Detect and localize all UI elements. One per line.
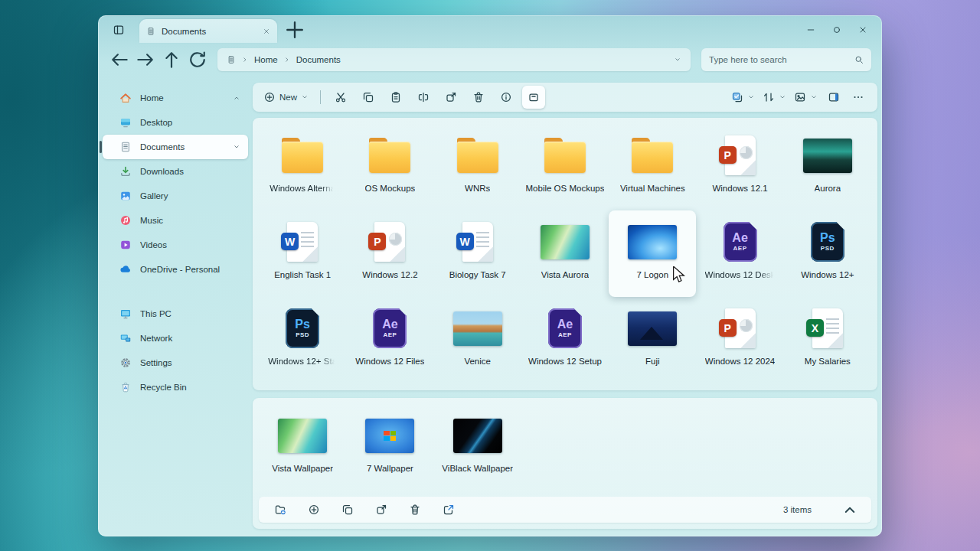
file-item[interactable]: WEnglish Task 1 (259, 210, 346, 297)
file-item[interactable]: ViBlack Wallpaper (434, 404, 521, 491)
breadcrumb-home[interactable]: Home (254, 55, 278, 64)
file-item[interactable]: Vista Wallpaper (259, 404, 346, 491)
file-item[interactable]: AeAEPWindows 12 Desk (696, 210, 783, 297)
breadcrumb-documents[interactable]: Documents (296, 55, 341, 64)
ellipsis-icon (852, 91, 864, 103)
sidebar: HomeDesktopDocumentsDownloadsGalleryMusi… (98, 77, 253, 536)
info-button[interactable] (495, 86, 518, 109)
address-bar[interactable]: Home Documents (217, 48, 691, 71)
chevron-down-icon (747, 93, 755, 101)
file-item[interactable]: PWindows 12.2 (346, 210, 433, 297)
toggle-pane-button[interactable] (107, 19, 130, 41)
collapse-panel-button[interactable] (841, 500, 859, 519)
file-name-label: ViBlack Wallpaper (442, 464, 513, 473)
share-icon (375, 504, 387, 516)
psd-file-icon: PsPSD (286, 308, 319, 348)
new-folder-button[interactable] (271, 500, 289, 519)
folder-item[interactable]: WNRs (434, 124, 521, 210)
sidebar-item-desktop[interactable]: Desktop (103, 110, 248, 135)
search-icon[interactable] (854, 55, 864, 64)
close-window-button[interactable] (851, 21, 874, 39)
cut-button[interactable] (329, 86, 352, 109)
new-button-label: New (279, 93, 297, 102)
folder-item[interactable]: Mobile OS Mockups (521, 124, 609, 210)
sidebar-item-onedrive-personal[interactable]: OneDrive - Personal (103, 257, 248, 282)
rename-button[interactable] (412, 86, 435, 109)
powerpoint-file-icon: P (725, 308, 756, 348)
folder-item[interactable]: Virtual Machines (609, 124, 696, 210)
add-button[interactable] (305, 500, 323, 519)
file-item[interactable]: Fuji (609, 297, 696, 383)
select-button[interactable] (728, 86, 758, 109)
this-pc-icon (119, 308, 132, 320)
paste-button[interactable] (384, 86, 407, 109)
view-button[interactable] (791, 86, 821, 109)
file-item[interactable]: PWindows 12 2024 (696, 297, 783, 383)
sidebar-item-network[interactable]: Network (103, 326, 248, 350)
up-button[interactable] (161, 49, 182, 70)
close-tab-icon[interactable] (263, 28, 270, 35)
image-thumbnail (365, 419, 414, 453)
new-tab-button[interactable] (283, 19, 306, 41)
sidebar-item-home[interactable]: Home (103, 86, 248, 110)
minimize-icon (806, 25, 815, 34)
sidebar-item-music[interactable]: Music (103, 208, 248, 233)
sidebar-item-documents[interactable]: Documents (103, 135, 248, 159)
file-item[interactable]: Venice (434, 297, 521, 383)
maximize-button[interactable] (825, 21, 848, 39)
search-input[interactable] (709, 55, 854, 64)
forward-button[interactable] (135, 49, 156, 70)
details-pane-button[interactable] (822, 86, 845, 109)
sidebar-item-gallery[interactable]: Gallery (103, 184, 248, 208)
share-button[interactable] (439, 86, 462, 109)
powerpoint-file-icon: P (725, 135, 756, 175)
file-item[interactable]: PsPSDWindows 12+ Sta (259, 297, 346, 383)
share-button[interactable] (372, 500, 390, 519)
file-item[interactable]: AeAEPWindows 12 Files (346, 297, 433, 383)
tab-overview-button[interactable] (107, 15, 130, 17)
open-external-button[interactable] (439, 500, 458, 519)
file-name-label: Virtual Machines (620, 184, 685, 193)
sidebar-item-this-pc[interactable]: This PC (103, 302, 248, 326)
minimize-button[interactable] (799, 21, 822, 39)
sidebar-item-videos[interactable]: Videos (103, 233, 248, 257)
folder-item[interactable]: Windows Alterna (259, 124, 346, 210)
delete-button[interactable] (406, 500, 424, 519)
file-item[interactable]: Aurora (784, 124, 871, 210)
set-wallpaper-button[interactable] (522, 86, 545, 109)
file-icon-box (628, 219, 677, 265)
new-button[interactable]: New (260, 86, 312, 109)
chevron-down-icon[interactable] (674, 56, 681, 64)
sidebar-item-downloads[interactable]: Downloads (103, 159, 248, 184)
chevron-up-icon[interactable] (233, 94, 240, 102)
tab-documents[interactable]: Documents (139, 19, 277, 43)
maxcircle-icon (832, 25, 841, 34)
sort-button[interactable] (760, 86, 789, 109)
file-item[interactable]: Vista Aurora (521, 210, 609, 297)
refresh-button[interactable] (187, 49, 208, 70)
word-file-icon: W (462, 222, 493, 262)
item-count: 3 items (783, 505, 812, 514)
pluscircle-icon (308, 504, 320, 516)
rename-icon (417, 91, 430, 103)
select-icon (731, 91, 743, 103)
file-icon-box: AeAEP (373, 305, 407, 351)
file-icon-box (630, 132, 675, 178)
file-item[interactable]: PsPSDWindows 12+ (784, 210, 871, 297)
chevron-down-icon[interactable] (233, 143, 240, 151)
copy-button[interactable] (357, 86, 380, 109)
file-item[interactable]: WBiology Task 7 (434, 210, 521, 297)
file-item[interactable]: 7 Logon (609, 210, 696, 297)
folder-item[interactable]: OS Mockups (346, 124, 433, 210)
file-item[interactable]: 7 Wallpaper (346, 404, 433, 491)
file-icon-box: P (725, 132, 756, 178)
copy-button[interactable] (338, 500, 357, 519)
back-button[interactable] (109, 49, 130, 70)
sidebar-item-settings[interactable]: Settings (103, 350, 248, 375)
more-options-button[interactable] (847, 86, 870, 109)
file-item[interactable]: PWindows 12.1 (696, 124, 783, 210)
delete-button[interactable] (467, 86, 490, 109)
sidebar-item-recycle-bin[interactable]: Recycle Bin (103, 375, 248, 399)
file-item[interactable]: AeAEPWindows 12 Setup (521, 297, 609, 383)
file-item[interactable]: XMy Salaries (784, 297, 871, 383)
